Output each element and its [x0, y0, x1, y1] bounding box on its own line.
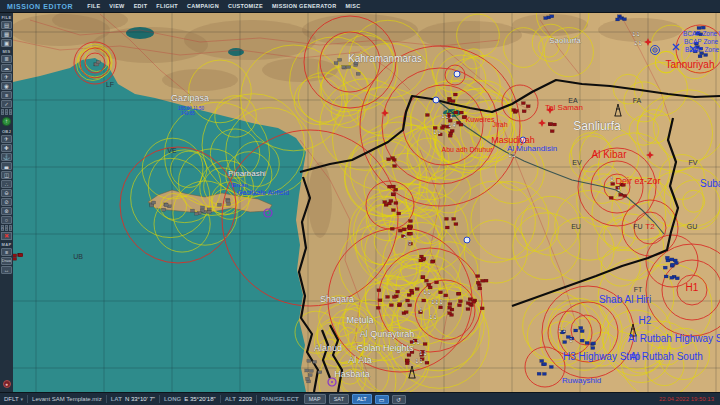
blue-unit-group[interactable] — [540, 359, 544, 362]
mis-toggle-row-btn[interactable]: ▫ — [1, 109, 4, 115]
red-unit-group[interactable] — [439, 306, 443, 309]
gray-unit-group[interactable] — [308, 374, 312, 377]
red-unit-group[interactable] — [526, 105, 530, 108]
blue-unit-group[interactable] — [675, 277, 679, 280]
blue-unit-group[interactable] — [663, 266, 667, 269]
add-zone-button[interactable]: ○ — [1, 216, 12, 224]
red-unit-group[interactable] — [405, 359, 409, 362]
red-unit-group[interactable] — [424, 279, 428, 282]
gray-unit-group[interactable] — [152, 201, 156, 204]
red-unit-group[interactable] — [549, 123, 553, 126]
red-unit-group[interactable] — [448, 306, 452, 309]
blue-unit-group[interactable] — [544, 17, 548, 20]
menu-item-customize[interactable]: CUSTOMIZE — [228, 3, 263, 9]
add-vehicle-button[interactable]: ▄ — [1, 162, 12, 170]
gray-unit-group[interactable] — [162, 208, 166, 211]
gray-unit-group[interactable] — [309, 369, 313, 372]
briefing-button[interactable]: ≣ — [1, 55, 12, 63]
airfield-icon[interactable] — [464, 237, 470, 243]
map-canvas[interactable]: 1 1 11 41 1201 11 1 111 11 11 11 1111 12… — [13, 13, 720, 392]
map-view-button[interactable]: MAP — [304, 394, 326, 404]
red-unit-group[interactable] — [440, 127, 444, 130]
red-unit-group[interactable] — [407, 354, 411, 357]
history-icon[interactable]: ↺ — [392, 395, 406, 404]
red-unit-group[interactable] — [391, 193, 395, 196]
blue-unit-group[interactable] — [591, 346, 595, 349]
red-unit-group[interactable] — [448, 312, 452, 315]
red-unit-group[interactable] — [398, 303, 402, 306]
red-unit-group[interactable] — [393, 164, 397, 167]
validate-button[interactable]: ✓ — [1, 100, 12, 108]
red-unit-group[interactable] — [378, 299, 382, 302]
menu-item-campaign[interactable]: CAMPAIGN — [187, 3, 219, 9]
red-unit-group[interactable] — [408, 304, 412, 307]
red-unit-group[interactable] — [391, 209, 395, 212]
ruler-icon[interactable]: ▭ — [375, 395, 389, 404]
red-unit-group[interactable] — [439, 291, 443, 294]
shape-tools-row-btn[interactable]: □ — [9, 225, 12, 231]
gray-unit-group[interactable] — [305, 369, 309, 372]
gray-unit-group[interactable] — [207, 208, 211, 211]
blue-unit-group[interactable] — [549, 365, 553, 368]
blue-unit-group[interactable] — [563, 341, 567, 344]
blue-unit-group[interactable] — [701, 26, 705, 29]
red-unit-group[interactable] — [423, 342, 427, 345]
red-unit-group[interactable] — [452, 217, 456, 220]
open-mission-button[interactable]: ▦ — [1, 30, 12, 38]
blue-unit-group[interactable] — [670, 263, 674, 266]
menu-item-misc[interactable]: MISC — [345, 3, 360, 9]
blue-unit-group[interactable] — [616, 18, 620, 21]
gray-unit-group[interactable] — [306, 377, 310, 380]
red-unit-group[interactable] — [459, 111, 463, 114]
menu-item-file[interactable]: FILE — [87, 3, 100, 9]
blue-unit-group[interactable] — [664, 275, 668, 278]
red-unit-group[interactable] — [389, 304, 393, 307]
gray-unit-group[interactable] — [217, 203, 221, 206]
gray-unit-group[interactable] — [313, 360, 317, 363]
red-unit-group[interactable] — [484, 279, 488, 282]
add-ship-button[interactable]: ⚓ — [1, 153, 12, 161]
red-unit-group[interactable] — [514, 109, 518, 112]
blue-unit-group[interactable] — [670, 276, 674, 279]
red-unit-group[interactable] — [402, 228, 406, 231]
gray-unit-group[interactable] — [191, 209, 195, 212]
red-unit-group[interactable] — [476, 275, 480, 278]
blue-unit-group[interactable] — [666, 259, 670, 262]
blue-unit-group[interactable] — [574, 329, 578, 332]
red-unit-group[interactable] — [448, 303, 452, 306]
red-unit-group[interactable] — [623, 194, 627, 197]
red-unit-group[interactable] — [454, 223, 458, 226]
measure-button[interactable]: ↔ — [1, 266, 12, 274]
gray-unit-group[interactable] — [347, 66, 351, 69]
coord-preset-dropdown[interactable]: DFLT ▾ — [4, 393, 23, 405]
menu-item-mission-generator[interactable]: MISSION GENERATOR — [272, 3, 337, 9]
gray-unit-group[interactable] — [318, 371, 322, 374]
red-unit-group[interactable] — [430, 260, 434, 263]
map-layers-button[interactable]: ≡ — [1, 248, 12, 256]
alt-view-button[interactable]: ALT — [352, 394, 372, 404]
gray-unit-group[interactable] — [227, 203, 231, 206]
delete-button[interactable]: ✖ — [1, 232, 12, 240]
red-unit-group[interactable] — [376, 306, 380, 309]
add-helicopter-button[interactable]: ✚ — [1, 144, 12, 152]
mis-toggle-row-btn[interactable]: ▫ — [9, 109, 12, 115]
red-unit-group[interactable] — [409, 232, 413, 235]
red-unit-group[interactable] — [609, 196, 613, 199]
airfield-icon[interactable] — [433, 97, 439, 103]
red-unit-group[interactable] — [394, 188, 398, 191]
menu-item-edit[interactable]: EDIT — [134, 3, 148, 9]
red-unit-group[interactable] — [466, 308, 470, 311]
red-unit-group[interactable] — [410, 291, 414, 294]
gray-unit-group[interactable] — [150, 204, 154, 207]
red-unit-group[interactable] — [425, 361, 429, 364]
red-unit-group[interactable] — [394, 201, 398, 204]
red-unit-group[interactable] — [476, 281, 480, 284]
mis-toggle-row-btn[interactable]: ▫ — [5, 109, 8, 115]
red-unit-group[interactable] — [619, 193, 623, 196]
red-unit-group[interactable] — [404, 311, 408, 314]
sat-view-button[interactable]: SAT — [329, 394, 349, 404]
menu-item-view[interactable]: VIEW — [109, 3, 124, 9]
red-unit-group[interactable] — [445, 226, 449, 229]
gray-unit-group[interactable] — [96, 61, 100, 64]
blue-unit-group[interactable] — [579, 326, 583, 329]
